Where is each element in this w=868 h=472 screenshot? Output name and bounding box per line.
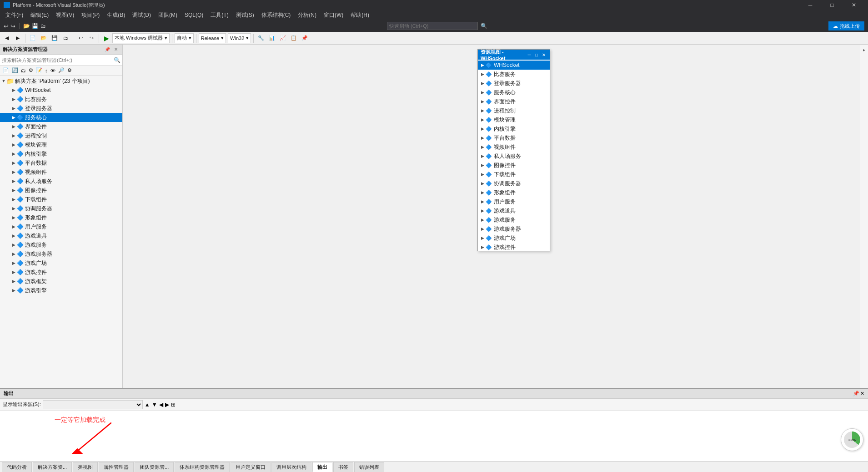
- output-close-button[interactable]: ✕: [860, 391, 864, 396]
- output-down-button[interactable]: ▼: [152, 401, 157, 408]
- output-prev-button[interactable]: ◀: [159, 401, 163, 408]
- menu-debug[interactable]: 调试(D): [129, 10, 155, 20]
- resource-tree-item[interactable]: ▶ 🔷 内核引擎: [478, 124, 550, 133]
- rp-pin-button[interactable]: ─: [526, 51, 532, 58]
- tree-item[interactable]: ▶ 🔷 游戏道具: [0, 231, 122, 240]
- bottom-tab[interactable]: 类视图: [73, 462, 98, 472]
- tree-item[interactable]: ▶ 🔷 登录服务器: [0, 104, 122, 113]
- toolbar-btn-5[interactable]: 📌: [300, 33, 310, 43]
- redo-button[interactable]: ↪: [86, 33, 96, 43]
- resource-tree-item[interactable]: ▶ 🔷 模块管理: [478, 115, 550, 124]
- resource-tree-item[interactable]: ▶ 🔷 游戏服务: [478, 215, 550, 224]
- tree-item[interactable]: ▶ 🔷 游戏广场: [0, 259, 122, 268]
- tree-item[interactable]: ▶ 🔷 游戏服务器: [0, 249, 122, 259]
- start-debug-button[interactable]: ▶: [101, 33, 111, 43]
- back-button[interactable]: ◀: [2, 33, 12, 43]
- cloud-upload-button[interactable]: ☁ 拖线上传: [828, 21, 864, 30]
- menu-window[interactable]: 窗口(W): [320, 10, 347, 20]
- bottom-tab[interactable]: 解决方案资...: [33, 462, 72, 472]
- output-pin-button[interactable]: 📌: [853, 391, 859, 396]
- sync-changes-button[interactable]: ↕: [44, 68, 49, 73]
- output-wrap-button[interactable]: ⊞: [171, 401, 176, 408]
- debug-target-dropdown[interactable]: 本地 Windows 调试器 ▾: [112, 33, 170, 43]
- resource-tree-item[interactable]: ▶ 🔷 服务核心: [478, 88, 550, 97]
- resource-tree-item[interactable]: ▶ 🔷 平台数据: [478, 133, 550, 142]
- settings-icon-btn[interactable]: ⚙: [66, 67, 73, 73]
- rp-max-button[interactable]: □: [533, 51, 540, 58]
- properties-button[interactable]: ⚙: [28, 67, 34, 73]
- resource-tree-item[interactable]: ▶ 🔷 视频组件: [478, 142, 550, 152]
- toolbar-btn-4[interactable]: 📋: [289, 33, 299, 43]
- menu-team[interactable]: 团队(M): [155, 10, 181, 20]
- bottom-tab[interactable]: 属性管理器: [99, 462, 134, 472]
- bottom-tab[interactable]: 体系结构资源管理器: [175, 462, 230, 472]
- tree-item[interactable]: ▶ 🔷 服务核心: [0, 113, 122, 122]
- resource-tree-item[interactable]: ▶ 🔷 下载组件: [478, 170, 550, 179]
- resource-tree-item[interactable]: ▶ 🔷 游戏广场: [478, 233, 550, 243]
- pending-changes-button[interactable]: 📝: [35, 67, 43, 73]
- output-source-select[interactable]: 生成 调试 Git: [43, 400, 143, 409]
- forward-button[interactable]: ▶: [13, 33, 23, 43]
- tree-item[interactable]: ▶ 🔷 形象组件: [0, 213, 122, 222]
- resource-tree-item[interactable]: ▶ 🔷 协调服务器: [478, 179, 550, 188]
- bottom-tab[interactable]: 书签: [333, 462, 353, 472]
- tree-item[interactable]: ▶ 🔷 界面控件: [0, 122, 122, 131]
- tree-item[interactable]: ▶ 🔷 游戏框架: [0, 277, 122, 286]
- tree-item[interactable]: ▶ 🔷 协调服务器: [0, 204, 122, 213]
- quick-search-input[interactable]: [387, 22, 478, 30]
- output-filter-button[interactable]: ▲: [145, 401, 150, 408]
- resource-tree-item[interactable]: ▶ 🔷 用户服务: [478, 197, 550, 206]
- resource-tree-item[interactable]: ▶ 🔷 WHSocket: [478, 61, 550, 70]
- resource-tree-item[interactable]: ▶ 🔷 游戏控件: [478, 243, 550, 251]
- platform-dropdown[interactable]: Win32 ▾: [228, 33, 251, 43]
- show-all-files-button[interactable]: 📄: [2, 67, 10, 73]
- resource-tree-item[interactable]: ▶ 🔷 游戏道具: [478, 206, 550, 215]
- menu-sql[interactable]: SQL(Q): [181, 10, 207, 20]
- toolbar-btn-3[interactable]: 📈: [278, 33, 288, 43]
- close-panel-button[interactable]: ✕: [112, 46, 120, 53]
- rp-close-button[interactable]: ✕: [541, 51, 547, 58]
- mode-dropdown[interactable]: 自动 ▾: [175, 33, 194, 43]
- pin-panel-button[interactable]: 📌: [104, 46, 111, 53]
- menu-arch[interactable]: 体系结构(C): [258, 10, 295, 20]
- save-button[interactable]: 💾: [50, 33, 60, 43]
- bottom-tab[interactable]: 错误列表: [354, 462, 384, 472]
- toolbar-btn-2[interactable]: 📊: [267, 33, 277, 43]
- resource-tree-item[interactable]: ▶ 🔷 进程控制: [478, 106, 550, 115]
- menu-file[interactable]: 文件(F): [2, 10, 27, 20]
- close-button[interactable]: ✕: [843, 0, 864, 10]
- tree-item[interactable]: ▶ 🔷 内核引擎: [0, 149, 122, 158]
- tree-item[interactable]: ▶ 🔷 视频组件: [0, 167, 122, 177]
- refresh-button[interactable]: 🔄: [11, 67, 19, 73]
- menu-edit[interactable]: 编辑(E): [27, 10, 52, 20]
- tree-item[interactable]: ▶ 🔷 游戏引擎: [0, 286, 122, 295]
- menu-analyze[interactable]: 分析(N): [294, 10, 320, 20]
- resource-tree-item[interactable]: ▶ 🔷 游戏服务器: [478, 224, 550, 233]
- undo-button[interactable]: ↩: [75, 33, 85, 43]
- tree-item[interactable]: ▶ 🔷 模块管理: [0, 140, 122, 149]
- solution-search-button[interactable]: 🔍: [113, 56, 120, 64]
- menu-project[interactable]: 项目(P): [78, 10, 103, 20]
- new-file-button[interactable]: 📄: [28, 33, 38, 43]
- tree-item[interactable]: ▶ 🔷 游戏控件: [0, 268, 122, 277]
- tree-item[interactable]: ▶ 🔷 进程控制: [0, 131, 122, 140]
- output-next-button[interactable]: ▶: [165, 401, 169, 408]
- resource-tree-item[interactable]: ▶ 🔷 形象组件: [478, 188, 550, 197]
- menu-view[interactable]: 视图(V): [52, 10, 78, 20]
- resource-tree-item[interactable]: ▶ 🔷 比赛服务: [478, 70, 550, 79]
- maximize-button[interactable]: □: [822, 0, 843, 10]
- resource-tree-item[interactable]: ▶ 🔷 私人场服务: [478, 152, 550, 161]
- collapse-all-button[interactable]: 🗂: [20, 68, 27, 73]
- resource-tree-item[interactable]: ▶ 🔷 登录服务器: [478, 79, 550, 88]
- bottom-tab[interactable]: 代码分析: [2, 462, 32, 472]
- menu-tools[interactable]: 工具(T): [207, 10, 232, 20]
- tree-item[interactable]: ▶ 🔷 图像控件: [0, 186, 122, 195]
- menu-test[interactable]: 测试(S): [232, 10, 258, 20]
- config-dropdown[interactable]: Release ▾: [199, 33, 226, 43]
- tree-item[interactable]: ▶ 🔷 比赛服务: [0, 95, 122, 104]
- tree-item[interactable]: ▶ 🔷 私人场服务: [0, 177, 122, 186]
- bottom-tab[interactable]: 用户定义窗口: [231, 462, 271, 472]
- tree-item[interactable]: ▶ 🔷 游戏服务: [0, 240, 122, 249]
- resource-tree-item[interactable]: ▶ 🔷 图像控件: [478, 161, 550, 170]
- tree-item[interactable]: ▶ 🔷 平台数据: [0, 158, 122, 167]
